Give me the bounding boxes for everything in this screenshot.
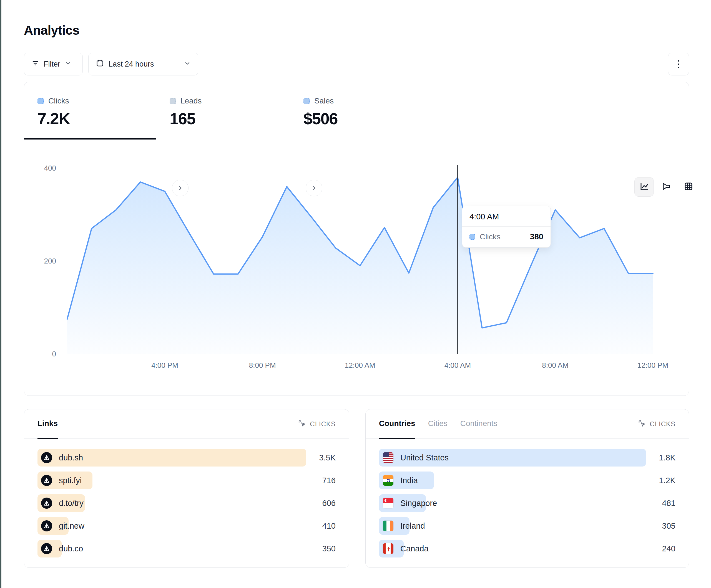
tab-links[interactable]: Links <box>38 409 58 439</box>
country-label: Ireland <box>400 521 425 530</box>
dub-logo-icon <box>41 475 52 486</box>
clicks-value: 7.2K <box>38 109 156 128</box>
table-view-button[interactable] <box>679 177 698 197</box>
link-row[interactable]: dub.sh3.5K <box>38 449 336 467</box>
sales-value: $506 <box>303 109 689 128</box>
country-row[interactable]: India1.2K <box>379 472 675 489</box>
sales-label: Sales <box>314 96 334 106</box>
link-value: 606 <box>310 499 336 508</box>
calendar-icon <box>96 59 104 69</box>
funnel-chart-icon <box>661 181 672 193</box>
chevron-down-icon <box>65 60 71 68</box>
link-label: git.new <box>59 521 84 530</box>
kebab-menu-icon <box>678 60 680 68</box>
country-label: United States <box>400 453 449 462</box>
funnel-view-button[interactable] <box>656 177 676 197</box>
analytics-chart-card: Clicks 7.2K Leads 165 Sales $506 <box>24 82 689 396</box>
sales-series-marker <box>303 98 310 104</box>
link-value: 716 <box>310 476 336 485</box>
filter-icon <box>31 59 39 69</box>
leads-label: Leads <box>180 96 201 106</box>
expand-clicks-chevron-button[interactable] <box>172 180 189 196</box>
countries-metric-label: CLICKS <box>650 420 675 428</box>
cursor-click-icon <box>638 419 646 429</box>
line-chart-view-button[interactable] <box>634 177 654 197</box>
dub-logo-icon <box>41 498 52 509</box>
countries-metric-toggle[interactable]: CLICKS <box>638 409 675 438</box>
flag-icon-ie <box>383 520 394 532</box>
expand-leads-chevron-button[interactable] <box>306 180 322 196</box>
link-label: spti.fyi <box>59 476 82 485</box>
link-label: dub.co <box>59 544 83 553</box>
page-edge-strip <box>0 0 1 588</box>
table-grid-icon <box>683 181 694 193</box>
tab-leads[interactable]: Leads 165 <box>156 82 290 139</box>
link-label: d.to/try <box>59 499 84 508</box>
link-row[interactable]: d.to/try606 <box>38 494 336 512</box>
link-row[interactable]: dub.co350 <box>38 540 336 558</box>
country-row[interactable]: United States1.8K <box>379 449 675 467</box>
link-row[interactable]: spti.fyi716 <box>38 472 336 489</box>
links-metric-label: CLICKS <box>310 420 336 428</box>
more-options-button[interactable] <box>668 53 689 75</box>
tab-sales[interactable]: Sales $506 <box>290 82 689 139</box>
links-metric-toggle[interactable]: CLICKS <box>298 409 336 438</box>
tab-countries[interactable]: Countries <box>379 409 415 439</box>
tab-continents[interactable]: Continents <box>460 409 497 439</box>
country-value: 481 <box>650 499 675 508</box>
dub-logo-icon <box>41 520 52 532</box>
chevron-down-icon <box>184 60 191 68</box>
links-panel: Links CLICKS dub.sh3.5Kspti.fyi716d.to/t… <box>24 409 349 568</box>
chart-view-toggle <box>634 177 698 197</box>
country-row[interactable]: Ireland305 <box>379 517 675 535</box>
flag-icon-in <box>383 475 394 486</box>
country-label: Canada <box>400 544 429 553</box>
leads-value: 165 <box>170 109 290 128</box>
country-value: 1.8K <box>650 453 675 462</box>
country-value: 1.2K <box>650 476 675 485</box>
flag-icon-ca: ▲ <box>383 543 394 554</box>
link-label: dub.sh <box>59 453 83 462</box>
filter-button-label: Filter <box>44 60 60 68</box>
country-label: Singapore <box>400 499 437 508</box>
line-chart-icon <box>639 181 649 193</box>
dub-logo-icon <box>41 452 52 463</box>
filter-button[interactable]: Filter <box>24 53 83 75</box>
page-title: Analytics <box>24 23 80 38</box>
link-value: 350 <box>310 544 336 553</box>
clicks-label: Clicks <box>48 96 69 106</box>
date-range-label: Last 24 hours <box>109 60 154 68</box>
tab-clicks[interactable]: Clicks 7.2K <box>24 82 156 139</box>
country-row[interactable]: ▲Canada240 <box>379 540 675 558</box>
clicks-series-marker <box>38 98 44 104</box>
flag-icon-sg <box>383 498 394 509</box>
link-value: 3.5K <box>310 453 336 462</box>
date-range-button[interactable]: Last 24 hours <box>88 53 198 75</box>
country-row[interactable]: Singapore481 <box>379 494 675 512</box>
cursor-click-icon <box>298 419 306 429</box>
stats-tabs: Clicks 7.2K Leads 165 Sales $506 <box>24 82 689 139</box>
country-value: 305 <box>650 521 675 530</box>
dub-logo-icon <box>41 543 52 554</box>
tab-cities[interactable]: Cities <box>428 409 448 439</box>
link-value: 410 <box>310 521 336 530</box>
countries-panel: CountriesCitiesContinents CLICKS United … <box>365 409 689 568</box>
country-label: India <box>400 476 418 485</box>
link-row[interactable]: git.new410 <box>38 517 336 535</box>
leads-series-marker <box>170 98 176 104</box>
country-value: 240 <box>650 544 675 553</box>
flag-icon-us <box>383 452 394 463</box>
